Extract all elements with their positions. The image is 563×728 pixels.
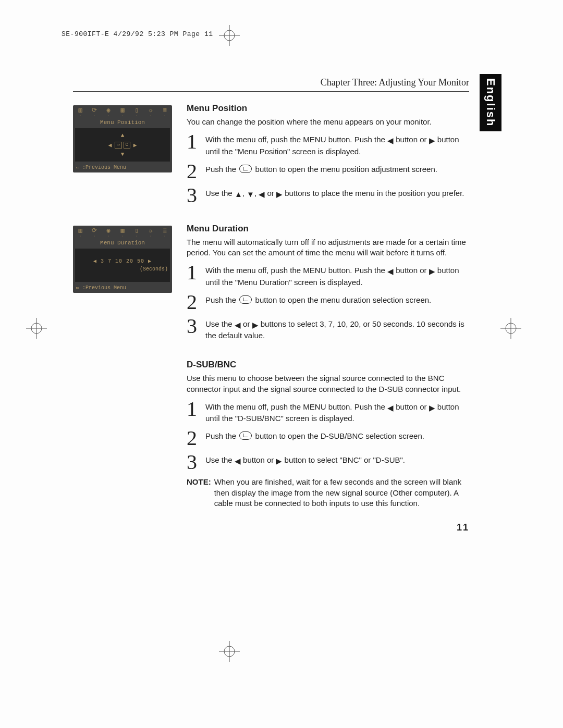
step-text: Push the (205, 165, 236, 174)
osd-title: Menu Duration (73, 239, 172, 248)
step-text: Push the (205, 295, 236, 304)
step-text: button or (396, 135, 426, 144)
step-number: 3 (187, 186, 199, 205)
left-arrow-icon: ◀ (387, 403, 394, 413)
step-text: button or (396, 402, 426, 411)
right-arrow-icon: ▶ (148, 258, 152, 264)
step-number: 1 (187, 132, 199, 151)
step-text: Use the (205, 455, 232, 464)
slug-line: SE-900IFT-E 4/29/92 5:23 PM Page 11 (62, 30, 213, 38)
enter-icon (239, 165, 252, 173)
section-intro: Use this menu to choose between the sign… (187, 373, 469, 394)
left-arrow-icon: ◀ (387, 135, 394, 146)
step-text: With the menu off, push the MENU button.… (205, 135, 385, 144)
step-text: Use the (205, 319, 232, 328)
step-number: 3 (187, 453, 199, 472)
step-text: With the menu off, push the MENU button. (205, 402, 352, 411)
document-page: SE-900IFT-E 4/29/92 5:23 PM Page 11 Chap… (0, 0, 563, 728)
step-text: With the menu off, push the MENU button. (205, 266, 352, 275)
step-number: 1 (187, 263, 199, 282)
osd-duration-values: 3 7 10 20 50 (101, 258, 144, 264)
step-text: Push the (354, 402, 385, 411)
step-number: 3 (187, 317, 199, 336)
step-text: Push the (205, 431, 236, 440)
crop-mark-icon (500, 318, 521, 339)
note-text: When you are finished, wait for a few se… (214, 477, 469, 509)
menu-icon: ▭ (76, 165, 79, 170)
osd-menu-position: ▥⟳◉▦▯☼≣ ▫▫▫▫▫▫▫ Menu Position ▲ ◀ ▭ C ▶ (73, 105, 172, 172)
osd-footer: :Previous Menu (82, 285, 126, 291)
crop-mark-icon (219, 25, 240, 46)
step-row: 2 Push the button to open the D-SUB/BNC … (187, 429, 469, 448)
step-text: Push the (354, 266, 385, 275)
section-menu-duration: ▥⟳◉▦▯☼≣ ▫▫▫▫▫▫▫ Menu Duration ◀ 3 7 10 2… (73, 224, 469, 347)
up-arrow-icon: ▲ (121, 132, 125, 139)
crop-mark-icon (219, 641, 240, 662)
step-number: 2 (187, 293, 199, 312)
section-dsub-bnc: D-SUB/BNC Use this menu to choose betwee… (187, 360, 469, 509)
language-tab: English (480, 74, 501, 131)
enter-icon (239, 431, 252, 440)
step-text: or (267, 189, 274, 198)
step-text: button or (396, 266, 426, 275)
menu-icon: ▭ (76, 285, 79, 291)
down-arrow-icon: ▼ (121, 151, 125, 157)
left-arrow-icon: ◀ (235, 320, 241, 330)
step-text: button to open the menu position adjustm… (255, 165, 437, 174)
right-arrow-icon: ▶ (429, 135, 435, 146)
right-arrow-icon: ▶ (252, 320, 259, 330)
chapter-heading: Chapter Three: Adjusting Your Monitor (73, 77, 469, 92)
step-text: or (243, 319, 250, 328)
section-title: Menu Position (187, 103, 469, 114)
right-arrow-icon: ▶ (429, 403, 435, 413)
osd-cancel-btn: C (124, 142, 130, 149)
note-label: NOTE: (187, 477, 211, 509)
osd-title: Menu Position (73, 119, 172, 127)
step-text: button to open the D-SUB/BNC selection s… (255, 431, 424, 440)
left-arrow-icon: ◀ (108, 142, 112, 149)
step-number: 1 (187, 400, 199, 418)
step-text: button or (243, 455, 274, 464)
content-area: Chapter Three: Adjusting Your Monitor En… (73, 77, 469, 533)
osd-position-grid: ▲ ◀ ▭ C ▶ ▼ (105, 132, 140, 158)
right-arrow-icon: ▶ (276, 189, 283, 200)
section-intro: You can change the position where the me… (187, 117, 469, 127)
step-row: 2 Push the button to open the menu durat… (187, 293, 469, 312)
step-text: button to select "BNC" or "D-SUB". (285, 455, 405, 464)
step-row: 1 With the menu off, push the MENU butto… (187, 263, 469, 288)
step-row: 3 Use the ◀ button or ▶ button to select… (187, 453, 469, 472)
osd-icon-bar: ▥⟳◉▦▯☼≣ (73, 105, 172, 114)
section-menu-position: ▥⟳◉▦▯☼≣ ▫▫▫▫▫▫▫ Menu Position ▲ ◀ ▭ C ▶ (73, 103, 469, 210)
step-row: 2 Push the button to open the menu posit… (187, 162, 469, 181)
section-title: D-SUB/BNC (187, 360, 469, 370)
section-title: Menu Duration (187, 224, 469, 234)
step-text: buttons to place the menu in the positio… (285, 189, 464, 198)
enter-icon (239, 295, 252, 304)
step-text: button to open the menu duration selecti… (255, 295, 432, 304)
step-row: 1 With the menu off, push the MENU butto… (187, 132, 469, 157)
osd-duration-unit: (Seconds) (140, 266, 168, 272)
step-row: 3 Use the ▲, ▼, ◀ or ▶ buttons to place … (187, 186, 469, 205)
crop-mark-icon (26, 318, 47, 339)
osd-center-btn: ▭ (115, 142, 121, 149)
left-arrow-icon: ◀ (387, 266, 394, 277)
right-arrow-icon: ▶ (429, 266, 435, 277)
left-arrow-icon: ◀ (93, 258, 97, 264)
step-number: 2 (187, 429, 199, 448)
osd-footer: :Previous Menu (82, 165, 126, 170)
note-row: NOTE: When you are finished, wait for a … (187, 477, 469, 509)
up-arrow-icon: ▲ (235, 189, 242, 200)
right-arrow-icon: ▶ (133, 142, 137, 149)
left-arrow-icon: ◀ (235, 456, 241, 466)
left-arrow-icon: ◀ (259, 189, 265, 200)
page-number: 11 (73, 522, 469, 533)
step-number: 2 (187, 162, 199, 181)
osd-menu-duration: ▥⟳◉▦▯☼≣ ▫▫▫▫▫▫▫ Menu Duration ◀ 3 7 10 2… (73, 226, 172, 293)
step-row: 1 With the menu off, push the MENU butto… (187, 400, 469, 424)
right-arrow-icon: ▶ (276, 456, 282, 466)
step-text: Use the (205, 189, 232, 198)
section-intro: The menu will automatically turn off if … (187, 237, 469, 258)
down-arrow-icon: ▼ (247, 189, 254, 200)
step-row: 3 Use the ◀ or ▶ buttons to select 3, 7,… (187, 317, 469, 341)
